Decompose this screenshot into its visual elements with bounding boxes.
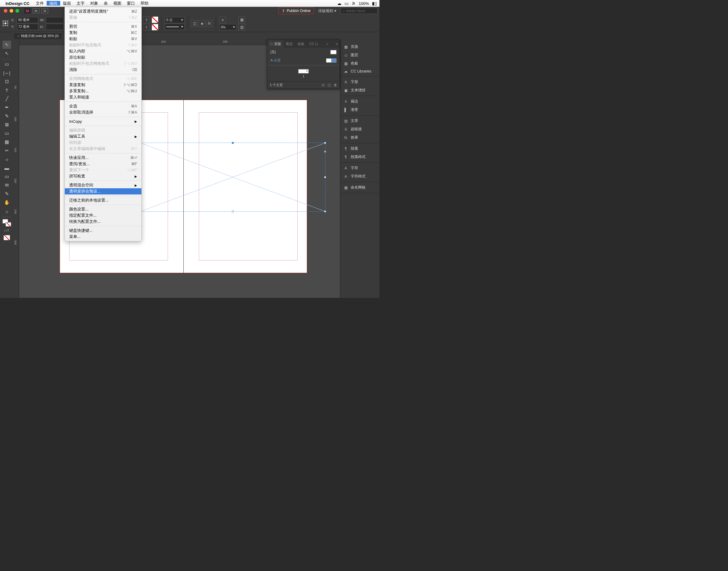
app-name[interactable]: InDesign CC xyxy=(6,1,29,6)
menu-文字[interactable]: 文字 xyxy=(74,1,87,6)
menu-对象[interactable]: 对象 xyxy=(87,1,101,6)
corner-options-button[interactable]: ◫ xyxy=(191,20,198,27)
effects-button[interactable]: ◈ xyxy=(199,20,205,27)
rectangle-frame-tool[interactable]: ⊠ xyxy=(2,121,11,129)
panel-效果[interactable]: fx效果 xyxy=(340,133,380,142)
menuitem-[interactable]: 透明混合空间▶ xyxy=(65,182,141,188)
w-input[interactable] xyxy=(46,17,64,23)
adobe-stock-search[interactable]: ⌕ Adobe Stock xyxy=(340,8,378,14)
fill-stroke-swatch[interactable] xyxy=(2,219,11,227)
menuitem-[interactable]: 贴入内部⌥⌘V xyxy=(65,48,141,54)
menuitem-[interactable]: 全选⌘A xyxy=(65,103,141,109)
menuitem-[interactable]: 迁移之前的本地设置... xyxy=(65,197,141,203)
menuitem-[interactable]: 透明度拼合预设... xyxy=(65,188,141,195)
note-tool[interactable]: ✉ xyxy=(2,181,11,189)
panel-collapse-icon[interactable]: » xyxy=(324,42,330,46)
menuitem-[interactable]: 拼写检查▶ xyxy=(65,173,141,179)
menu-视图[interactable]: 视图 xyxy=(111,1,124,6)
new-page-icon[interactable]: ◫ xyxy=(328,83,331,87)
delete-page-icon[interactable]: 🗑 xyxy=(334,83,337,87)
direct-selection-tool[interactable]: ↖ xyxy=(2,49,11,58)
vertical-ruler[interactable]: 50100150200250300 xyxy=(14,39,19,298)
rectangle-tool[interactable]: ▭ xyxy=(2,129,11,137)
pages-tab-CC Li[interactable]: CC Li xyxy=(307,40,320,48)
panel-超链接[interactable]: ⎘超链接 xyxy=(340,125,380,133)
menuitem-[interactable]: 剪切⌘X xyxy=(65,23,141,30)
panel-CC Libraries[interactable]: ☁CC Libraries xyxy=(340,68,380,75)
x-input[interactable]: 90 毫米 xyxy=(17,17,38,23)
menuitem-[interactable]: 清除⌫ xyxy=(65,67,141,73)
stroke-style-input[interactable]: ▾ xyxy=(165,24,185,30)
h-input[interactable] xyxy=(46,24,64,30)
content-collector-tool[interactable]: ⊡ xyxy=(2,78,11,86)
stroke-swatch[interactable] xyxy=(151,24,159,30)
grid-button[interactable]: ▦ xyxy=(238,16,245,23)
pencil-tool[interactable]: ✎ xyxy=(2,112,11,120)
zoom-window-button[interactable] xyxy=(15,9,19,13)
menuitem-[interactable]: 直接复制⇧⌥⌘D xyxy=(65,82,141,88)
panel-字符样式[interactable]: A字符样式 xyxy=(340,172,380,181)
panel-图层[interactable]: ◇图层 xyxy=(340,51,380,59)
zoom-tool[interactable]: ⌕ xyxy=(2,207,11,215)
menuitem-[interactable]: 原位粘贴 xyxy=(65,54,141,61)
menuitem-[interactable]: 还原"设置透明度属性"⌘Z xyxy=(65,8,141,14)
scissors-tool[interactable]: ✂ xyxy=(2,147,11,155)
selection-tool[interactable]: ↖ xyxy=(2,41,11,49)
panel-段落[interactable]: ¶段落 xyxy=(340,144,380,153)
panel-文本绕排[interactable]: ▣文本绕排 xyxy=(340,86,380,95)
y-input[interactable]: 72 毫米 xyxy=(17,24,38,30)
fill-swatch[interactable] xyxy=(151,16,159,23)
display-icon[interactable]: ▭ xyxy=(344,1,348,6)
panel-页面[interactable]: ▦页面 xyxy=(340,42,380,51)
gradient-feather-tool[interactable]: ▭ xyxy=(2,173,11,181)
apply-color-button[interactable]: □ T xyxy=(2,227,11,235)
reference-point-picker[interactable] xyxy=(2,17,9,30)
menuitem-[interactable]: 快速应用...⌘⏎ xyxy=(65,155,141,161)
eyedropper-tool[interactable]: ✎ xyxy=(2,190,11,198)
layout-rules-dropdown[interactable]: 排版规则 ▾ xyxy=(318,8,336,14)
menuitem-[interactable]: 置入和链接 xyxy=(65,94,141,100)
menuitem-[interactable]: 粘贴⌘V xyxy=(65,36,141,42)
stroke-weight-input[interactable]: 0 点▾ xyxy=(165,17,185,23)
columns-button[interactable]: ▥ xyxy=(238,24,245,30)
panel-色板[interactable]: ▦色板 xyxy=(340,59,380,68)
menuitem-[interactable]: 颜色设置... xyxy=(65,206,141,212)
panel-段落样式[interactable]: ¶段落样式 xyxy=(340,153,380,161)
menu-编辑[interactable]: 编辑 xyxy=(46,1,60,6)
master-a-row[interactable]: A-主页 xyxy=(268,56,340,65)
free-transform-tool[interactable]: ⟐ xyxy=(2,155,11,163)
menu-版面[interactable]: 版面 xyxy=(60,1,74,6)
pages-tab-色板[interactable]: 色板 xyxy=(295,40,307,48)
panel-字符[interactable]: A字符 xyxy=(340,164,380,172)
type-tool[interactable]: T xyxy=(2,86,11,94)
gap-tool[interactable]: |↔| xyxy=(2,69,11,77)
bridge-button[interactable]: Br xyxy=(33,8,39,13)
master-none-row[interactable]: [无] xyxy=(268,48,340,56)
panel-命名网格[interactable]: ▦命名网格 xyxy=(340,183,380,192)
close-window-button[interactable] xyxy=(4,9,7,13)
menuitem-[interactable]: 多重复制...⌥⌘U xyxy=(65,88,141,94)
menuitem-[interactable]: 菜单... xyxy=(65,234,141,240)
fx-button[interactable]: fx xyxy=(206,20,213,27)
pen-tool[interactable]: ✒ xyxy=(2,103,11,111)
menuitem-[interactable]: 查找/更改...⌘F xyxy=(65,161,141,167)
menu-表[interactable]: 表 xyxy=(101,1,111,6)
table-tool[interactable]: ▦ xyxy=(2,138,11,146)
panel-文章[interactable]: ▤文章 xyxy=(340,117,380,125)
hand-tool[interactable]: ✋ xyxy=(2,199,11,207)
menuitem-InCopy[interactable]: InCopy▶ xyxy=(65,118,141,124)
opacity-input[interactable]: 0%▾ xyxy=(219,24,236,30)
menu-窗口[interactable]: 窗口 xyxy=(124,1,138,6)
wechat-icon[interactable]: ☁ xyxy=(337,1,341,6)
panel-menu-icon[interactable]: ≡ xyxy=(334,42,340,46)
text-frame-button[interactable]: ≡ xyxy=(219,17,226,23)
publish-online-button[interactable]: ⇪ Publish Online xyxy=(279,7,314,14)
menuitem-[interactable]: 复制⌘C xyxy=(65,30,141,36)
stock-button[interactable]: St xyxy=(41,8,48,13)
panel-描边[interactable]: ≡描边 xyxy=(340,97,380,106)
menuitem-[interactable]: 转换为配置文件... xyxy=(65,219,141,225)
pages-tab-页面[interactable]: ◇ 页面 xyxy=(268,40,284,48)
battery-icon[interactable]: ▮▯ xyxy=(372,1,377,6)
selected-frame[interactable] xyxy=(140,143,325,212)
distribute-v-button[interactable]: ⫲ xyxy=(143,24,150,30)
